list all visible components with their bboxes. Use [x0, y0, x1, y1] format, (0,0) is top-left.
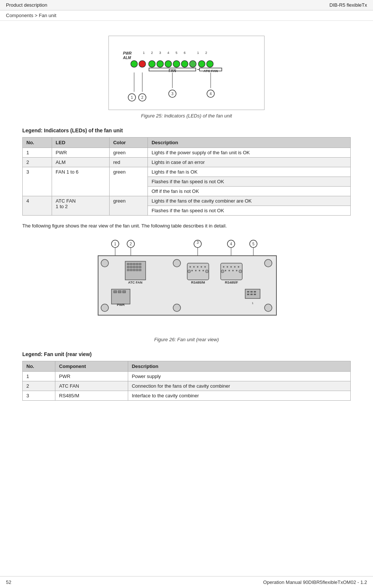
svg-rect-60 [118, 291, 121, 293]
svg-rect-107 [250, 291, 253, 293]
svg-text:4: 4 [210, 92, 212, 96]
svg-text:1: 1 [252, 301, 254, 305]
figure26-caption: Figure 26: Fan unit (rear view) [154, 337, 219, 342]
col2-component: Component [55, 361, 128, 371]
svg-text:5: 5 [175, 51, 177, 55]
table-row: 3 FAN 1 to 6 green Lights if the fan is … [23, 167, 351, 177]
col-no: No. [23, 138, 52, 148]
header-left: Product description [6, 2, 47, 8]
svg-text:FAN: FAN [169, 69, 176, 73]
col-color: Color [109, 138, 147, 148]
svg-rect-65 [133, 263, 135, 265]
svg-text:4: 4 [167, 51, 169, 55]
table-row: 4 ATC FAN1 to 2 green Lights if the fans… [23, 196, 351, 206]
table-row: 2 ATC FAN Connection for the fans of the… [23, 381, 351, 391]
svg-text:1: 1 [131, 96, 133, 100]
svg-point-15 [173, 61, 180, 67]
svg-point-55 [265, 259, 272, 267]
svg-point-14 [165, 61, 172, 67]
svg-text:2: 2 [151, 51, 153, 55]
svg-text:2: 2 [141, 96, 143, 100]
svg-point-11 [139, 61, 146, 67]
figure25-caption: Figure 25: Indicators (LEDs) of the fan … [141, 113, 232, 119]
svg-rect-75 [133, 269, 135, 271]
svg-point-10 [131, 61, 137, 67]
svg-text:RS485/F: RS485/F [225, 281, 238, 284]
svg-rect-68 [127, 266, 129, 268]
svg-point-83 [201, 266, 202, 268]
svg-rect-67 [139, 263, 141, 265]
table-row: 3 RS485/M Interface to the cavity combin… [23, 391, 351, 400]
svg-rect-59 [114, 291, 117, 293]
svg-point-91 [205, 270, 208, 273]
svg-point-94 [227, 266, 228, 268]
svg-rect-61 [123, 291, 126, 293]
svg-point-19 [207, 61, 213, 67]
svg-point-81 [193, 266, 195, 268]
svg-point-16 [181, 61, 188, 67]
figure26-wrapper: 1 2 3 4 5 [82, 237, 291, 334]
figure26-container: 1 2 3 4 5 [22, 237, 351, 342]
svg-point-100 [232, 270, 234, 271]
svg-point-86 [195, 270, 197, 271]
svg-rect-76 [136, 269, 138, 271]
svg-rect-74 [130, 269, 132, 271]
svg-point-53 [101, 259, 108, 267]
svg-rect-77 [139, 269, 141, 271]
svg-point-82 [197, 266, 198, 268]
col2-no: No. [23, 361, 55, 371]
svg-text:6: 6 [184, 51, 185, 55]
page-content: PWR ALM 1 2 3 4 5 6 1 2 [0, 21, 373, 430]
page-header: Product description DIB-R5 flexibleTx [0, 0, 373, 10]
svg-text:2: 2 [205, 51, 207, 55]
svg-rect-109 [247, 294, 249, 295]
svg-rect-108 [254, 291, 256, 293]
svg-text:5: 5 [252, 242, 254, 246]
body-paragraph: The following figure shows the rear view… [22, 222, 351, 230]
legend2-table: No. Component Description 1 PWR Power su… [22, 361, 351, 401]
svg-text:3: 3 [197, 240, 199, 245]
legend2-title: Legend: Fan unit (rear view) [22, 351, 351, 357]
svg-point-114 [173, 304, 181, 311]
svg-point-93 [223, 266, 224, 268]
svg-point-90 [188, 270, 191, 273]
svg-point-113 [173, 259, 181, 267]
svg-text:3: 3 [159, 51, 161, 55]
svg-rect-63 [127, 263, 129, 265]
table-row: 1 PWR green Lights if the power supply o… [23, 148, 351, 158]
svg-point-87 [199, 270, 200, 271]
svg-point-84 [204, 266, 206, 268]
footer-document-info: Operation Manual 90DIBR5flexibleTxOM02 -… [263, 579, 367, 585]
legend1-table: No. LED Color Description 1 PWR green Li… [22, 137, 351, 216]
page-footer: 52 Operation Manual 90DIBR5flexibleTxOM0… [0, 576, 373, 588]
svg-text:2: 2 [130, 242, 132, 246]
svg-point-18 [198, 61, 205, 67]
svg-text:PWR: PWR [123, 51, 132, 55]
svg-text:1: 1 [197, 51, 199, 55]
svg-rect-70 [133, 266, 135, 268]
svg-text:1: 1 [143, 51, 145, 55]
col-led: LED [52, 138, 109, 148]
svg-rect-71 [136, 266, 138, 268]
svg-text:4: 4 [230, 242, 232, 246]
table-row: 1 PWR Power supply [23, 371, 351, 381]
svg-point-56 [265, 304, 272, 311]
svg-rect-66 [136, 263, 138, 265]
svg-rect-73 [127, 269, 129, 271]
svg-point-101 [236, 270, 237, 271]
svg-point-80 [189, 266, 191, 268]
footer-page-number: 52 [6, 579, 11, 585]
svg-rect-110 [250, 294, 253, 295]
svg-point-17 [189, 61, 196, 67]
table-row: 2 ALM red Lights in case of an error [23, 158, 351, 167]
svg-point-85 [191, 270, 193, 271]
svg-rect-111 [254, 294, 256, 295]
svg-rect-64 [130, 263, 132, 265]
svg-text:1: 1 [114, 242, 116, 246]
col2-description: Description [128, 361, 350, 371]
breadcrumb: Components > Fan unit [0, 10, 373, 21]
header-right: DIB-R5 flexibleTx [330, 2, 367, 8]
svg-point-98 [225, 270, 226, 271]
svg-text:3: 3 [171, 92, 173, 96]
svg-text:ATC FAN: ATC FAN [204, 69, 218, 73]
